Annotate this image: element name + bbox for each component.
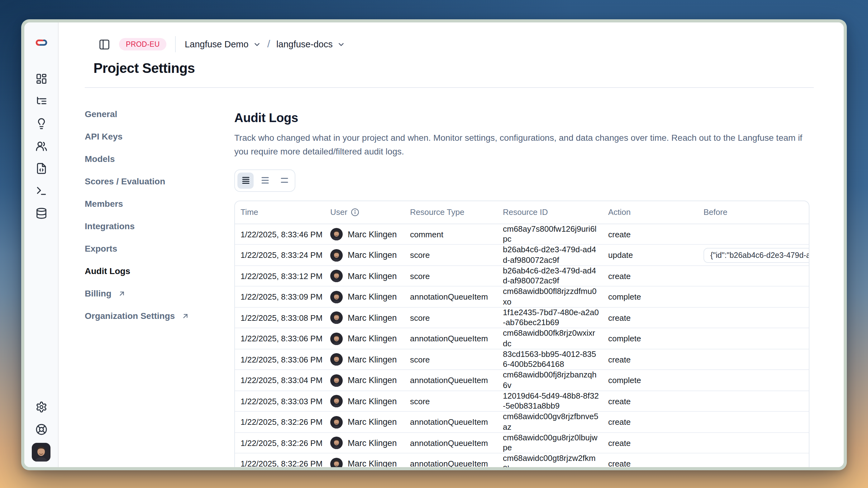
user-name: Marc Klingen xyxy=(348,396,397,406)
table-row: 1/22/2025, 8:33:09 PM Marc Klingen annot… xyxy=(235,287,809,308)
cell-before: {"id":"b26ab4c6-d2e3-479d-a xyxy=(704,248,809,263)
cell-time: 1/22/2025, 8:32:26 PM xyxy=(241,438,330,448)
cell-resource-type: score xyxy=(410,313,503,322)
cell-resource-id: cm68awidc00gu8rjz0lbujwpe xyxy=(503,433,608,453)
settings-nav: General API Keys Models Scores / Evaluat… xyxy=(85,103,209,467)
user-avatar xyxy=(330,436,343,449)
settings-nav-item[interactable]: Audit Logs xyxy=(85,260,209,282)
user-avatar xyxy=(330,332,343,345)
row-height-large-button[interactable] xyxy=(276,172,292,189)
prompts-lightbulb-icon[interactable] xyxy=(32,114,51,133)
cell-time: 1/22/2025, 8:33:12 PM xyxy=(241,271,330,281)
table-row: 1/22/2025, 8:33:03 PM Marc Klingen score… xyxy=(235,391,809,412)
user-name: Marc Klingen xyxy=(348,250,397,260)
cell-resource-id: cm68awidc00gv8rjzfbnve5az xyxy=(503,412,608,432)
user-avatar xyxy=(330,270,343,282)
cell-resource-id: cm68awidc00gt8rjzw2fkm8bo xyxy=(503,454,608,467)
settings-nav-item-label: Organization Settings xyxy=(85,311,175,321)
cell-resource-id: 83cd1563-bb95-4012-8356-400b52b64168 xyxy=(503,350,608,370)
audit-logs-table: Time User Resource Type xyxy=(234,201,809,467)
users-icon[interactable] xyxy=(32,136,51,155)
cell-resource-type: annotationQueueItem xyxy=(410,417,503,427)
user-avatar xyxy=(330,249,343,261)
cell-action: create xyxy=(608,313,704,322)
user-avatar xyxy=(330,353,343,366)
cell-resource-type: annotationQueueItem xyxy=(410,334,503,343)
user-name: Marc Klingen xyxy=(348,334,397,343)
settings-nav-item-label: General xyxy=(85,109,117,119)
tracing-tree-icon[interactable] xyxy=(32,92,51,110)
settings-nav-item[interactable]: General xyxy=(85,103,209,125)
terminal-icon[interactable] xyxy=(32,181,51,200)
before-json-preview[interactable]: {"id":"b26ab4c6-d2e3-479d-a xyxy=(704,248,809,263)
cell-action: complete xyxy=(608,376,704,385)
user-name: Marc Klingen xyxy=(348,417,397,427)
cell-resource-id: cm68awidb00fk8rjz0wxixrdc xyxy=(503,329,608,349)
organization-name: Langfuse Demo xyxy=(185,39,249,49)
settings-nav-item[interactable]: Scores / Evaluation xyxy=(85,170,209,192)
cell-resource-type: comment xyxy=(410,230,503,239)
cell-resource-type: score xyxy=(410,271,503,281)
chevron-down-icon xyxy=(253,40,261,48)
cell-time: 1/22/2025, 8:32:26 PM xyxy=(241,417,330,427)
cell-time: 1/22/2025, 8:33:06 PM xyxy=(241,355,330,364)
user-avatar xyxy=(330,416,343,428)
row-height-medium-button[interactable] xyxy=(257,172,273,189)
table-row: 1/22/2025, 8:33:06 PM Marc Klingen score… xyxy=(235,350,809,370)
info-icon[interactable] xyxy=(351,208,360,217)
column-header-time: Time xyxy=(241,208,330,217)
cell-user: Marc Klingen xyxy=(330,416,410,428)
cell-time: 1/22/2025, 8:33:09 PM xyxy=(241,292,330,301)
desktop-background: PROD-EU Langfuse Demo / langfuse-docs xyxy=(0,0,868,488)
column-header-action: Action xyxy=(608,208,704,217)
table-row: 1/22/2025, 8:32:26 PM Marc Klingen annot… xyxy=(235,454,809,467)
playground-file-code-icon[interactable] xyxy=(32,159,51,177)
settings-nav-item[interactable]: Models xyxy=(85,148,209,170)
table-row: 1/22/2025, 8:33:08 PM Marc Klingen score… xyxy=(235,308,809,329)
langfuse-app: PROD-EU Langfuse Demo / langfuse-docs xyxy=(24,23,844,467)
settings-nav-item-label: Billing xyxy=(85,288,112,298)
cell-time: 1/22/2025, 8:33:04 PM xyxy=(241,376,330,385)
datasets-database-icon[interactable] xyxy=(32,204,51,222)
settings-nav-item[interactable]: Organization Settings xyxy=(85,304,209,327)
cell-time: 1/22/2025, 8:33:03 PM xyxy=(241,396,330,406)
row-height-small-button[interactable] xyxy=(238,172,254,189)
settings-nav-item[interactable]: Members xyxy=(85,192,209,215)
settings-gear-icon[interactable] xyxy=(32,397,51,416)
user-avatar[interactable] xyxy=(32,443,51,461)
settings-nav-item[interactable]: Billing xyxy=(85,282,209,304)
section-title: Audit Logs xyxy=(234,111,809,125)
cell-time: 1/22/2025, 8:32:26 PM xyxy=(241,459,330,467)
audit-logs-section: Audit Logs Track who changed what in you… xyxy=(234,103,809,467)
cell-user: Marc Klingen xyxy=(330,457,410,467)
cell-resource-type: annotationQueueItem xyxy=(410,376,503,385)
settings-nav-item[interactable]: API Keys xyxy=(85,125,209,148)
organization-selector[interactable]: Langfuse Demo xyxy=(185,39,261,49)
langfuse-logo-icon[interactable] xyxy=(32,33,51,52)
table-row: 1/22/2025, 8:33:24 PM Marc Klingen score… xyxy=(235,245,809,266)
cell-action: create xyxy=(608,271,704,281)
external-link-icon xyxy=(118,289,126,297)
user-name: Marc Klingen xyxy=(348,313,397,322)
column-header-resource-type: Resource Type xyxy=(410,208,503,217)
cell-user: Marc Klingen xyxy=(330,395,410,408)
sidebar-toggle-icon[interactable] xyxy=(98,38,110,50)
dashboard-icon[interactable] xyxy=(32,69,51,88)
project-selector[interactable]: langfuse-docs xyxy=(276,39,345,49)
settings-nav-item-label: API Keys xyxy=(85,131,122,141)
cell-resource-id: cm68awidb00fj8rjzbanzqh6v xyxy=(503,370,608,391)
main-content: PROD-EU Langfuse Demo / langfuse-docs xyxy=(59,23,844,467)
settings-nav-item[interactable]: Integrations xyxy=(85,215,209,237)
cell-action: create xyxy=(608,396,704,406)
settings-nav-item-label: Models xyxy=(85,154,115,164)
support-lifebuoy-icon[interactable] xyxy=(32,420,51,438)
cell-resource-type: score xyxy=(410,396,503,406)
cell-action: create xyxy=(608,438,704,448)
table-row: 1/22/2025, 8:32:26 PM Marc Klingen annot… xyxy=(235,433,809,454)
cell-time: 1/22/2025, 8:33:24 PM xyxy=(241,250,330,260)
header-divider xyxy=(85,87,814,88)
cell-time: 1/22/2025, 8:33:06 PM xyxy=(241,334,330,343)
column-header-resource-id: Resource ID xyxy=(503,208,608,217)
cell-time: 1/22/2025, 8:33:46 PM xyxy=(241,230,330,239)
settings-nav-item[interactable]: Exports xyxy=(85,237,209,260)
